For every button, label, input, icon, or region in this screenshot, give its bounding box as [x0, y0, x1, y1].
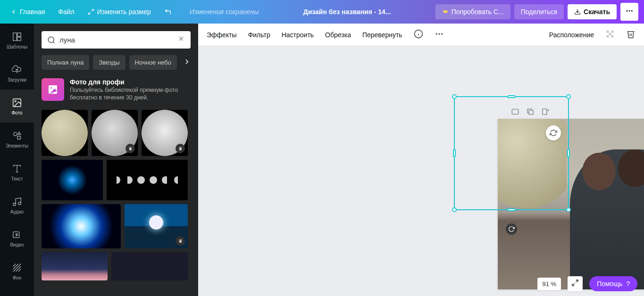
- chips-next-button[interactable]: [181, 56, 191, 70]
- pro-promo[interactable]: Фото для профи Пользуйтесь библиотекой п…: [42, 78, 191, 101]
- photo-thumb[interactable]: [42, 160, 103, 200]
- svg-point-3: [626, 10, 627, 12]
- resize-handle-e[interactable]: [567, 149, 570, 157]
- fullscreen-icon: [571, 279, 579, 287]
- adjust-button[interactable]: Настроить: [282, 31, 314, 39]
- rail-templates[interactable]: Шаблоны: [0, 24, 34, 57]
- photo-thumb[interactable]: [42, 204, 121, 248]
- promo-desc: Пользуйтесь библиотекой премиум-фото бес…: [70, 87, 191, 101]
- resize-handle-sw[interactable]: [452, 207, 457, 212]
- delete-button[interactable]: [626, 29, 636, 40]
- crown-icon: ♛: [176, 144, 185, 153]
- chip-full-moon[interactable]: Полная луна: [42, 55, 89, 70]
- rail-audio-label: Аудио: [10, 209, 24, 214]
- position-button[interactable]: Расположение: [549, 31, 594, 39]
- svg-rect-38: [607, 31, 609, 33]
- effects-button[interactable]: Эффекты: [207, 31, 237, 39]
- rotate-button[interactable]: [506, 223, 517, 235]
- transparency-icon: [605, 29, 615, 39]
- crown-icon: ♛: [125, 144, 135, 153]
- rail-elements[interactable]: Элементы: [0, 123, 34, 156]
- svg-line-21: [13, 263, 16, 266]
- rail-templates-label: Шаблоны: [7, 44, 27, 49]
- resize-handle-ne[interactable]: [566, 94, 571, 99]
- zoom-level[interactable]: 91 %: [537, 278, 561, 290]
- share-button[interactable]: Поделиться: [514, 4, 564, 19]
- back-button[interactable]: Главная: [6, 5, 50, 18]
- download-icon: [574, 8, 581, 15]
- more-button[interactable]: [435, 29, 444, 40]
- resize-handle-w[interactable]: [453, 149, 456, 157]
- search-icon: [47, 36, 56, 44]
- chip-night-sky[interactable]: Ночное небо: [129, 55, 177, 70]
- resize-label: Изменить размер: [97, 8, 151, 16]
- rail-audio[interactable]: Аудио: [0, 189, 34, 222]
- rail-photo[interactable]: Фото: [0, 90, 34, 123]
- info-button[interactable]: [414, 29, 423, 40]
- filter-button[interactable]: Фильтр: [248, 31, 270, 39]
- magic-button[interactable]: [546, 125, 561, 140]
- svg-rect-42: [611, 35, 614, 38]
- rail-photo-label: Фото: [12, 110, 23, 115]
- svg-line-24: [16, 266, 21, 271]
- photo-thumb[interactable]: [111, 252, 188, 280]
- photo-thumb[interactable]: ♛: [125, 204, 188, 248]
- file-menu[interactable]: Файл: [53, 5, 79, 18]
- svg-rect-40: [611, 31, 614, 33]
- undo-button[interactable]: [159, 5, 176, 18]
- chip-stars[interactable]: Звезды: [93, 55, 125, 70]
- file-label: Файл: [58, 8, 74, 16]
- more-menu-button[interactable]: [620, 3, 638, 21]
- svg-point-36: [438, 33, 440, 34]
- fullscreen-button[interactable]: [568, 276, 583, 291]
- photo-thumb[interactable]: [107, 160, 188, 200]
- resize-handle-n[interactable]: [507, 95, 516, 98]
- photo-thumb[interactable]: ♛: [142, 110, 188, 156]
- undo-icon: [164, 8, 172, 16]
- question-icon: ?: [626, 280, 630, 288]
- search-input[interactable]: [59, 36, 174, 44]
- rail-background[interactable]: Фон: [0, 255, 34, 288]
- resize-handle-nw[interactable]: [452, 94, 457, 99]
- rail-uploads[interactable]: Загрузки: [0, 57, 34, 90]
- download-button[interactable]: Скачать: [568, 4, 617, 19]
- rail-video[interactable]: Видео: [0, 222, 34, 255]
- uploads-icon: [11, 64, 23, 75]
- close-icon: [177, 35, 185, 42]
- share-label: Поделиться: [521, 8, 557, 16]
- canvas-stage[interactable]: + Добавить страницу 91 % Помощь ?: [198, 46, 644, 296]
- photo-thumb[interactable]: [42, 252, 108, 280]
- resize-menu[interactable]: Изменить размер: [83, 5, 156, 18]
- svg-point-31: [50, 87, 52, 89]
- resize-handle-s[interactable]: [507, 208, 516, 211]
- svg-marker-20: [16, 233, 18, 236]
- photo-panel: Полная луна Звезды Ночное небо Фото для …: [34, 24, 198, 296]
- help-label: Помощь: [597, 280, 622, 288]
- flip-button[interactable]: Перевернуть: [362, 31, 402, 39]
- photo-thumb[interactable]: ♛: [92, 110, 138, 156]
- search-box: [42, 31, 191, 49]
- photo-thumb[interactable]: [42, 110, 88, 156]
- transparency-button[interactable]: [605, 29, 615, 40]
- rail-text[interactable]: Текст: [0, 156, 34, 189]
- rail-elements-label: Элементы: [6, 143, 28, 148]
- info-icon: [414, 29, 423, 39]
- try-pro-button[interactable]: Попробовать С...: [435, 4, 510, 19]
- crop-button[interactable]: Обрезка: [325, 31, 351, 39]
- rail-video-label: Видео: [10, 242, 24, 247]
- svg-line-27: [53, 41, 54, 43]
- promo-title: Фото для профи: [70, 78, 191, 86]
- search-clear-button[interactable]: [177, 35, 185, 45]
- document-title[interactable]: Дизайн без названия - 14...: [262, 8, 431, 16]
- svg-rect-39: [609, 33, 611, 35]
- help-button[interactable]: Помощь ?: [589, 276, 637, 291]
- video-icon: [11, 229, 23, 240]
- trash-icon: [626, 29, 636, 39]
- svg-rect-41: [607, 35, 609, 38]
- background-icon: [11, 262, 23, 273]
- resize-handle-se[interactable]: [566, 207, 571, 212]
- save-status: Изменения сохранены: [190, 8, 259, 16]
- rotate-icon: [508, 226, 515, 232]
- svg-line-49: [572, 283, 575, 286]
- chevron-right-icon: [183, 58, 191, 66]
